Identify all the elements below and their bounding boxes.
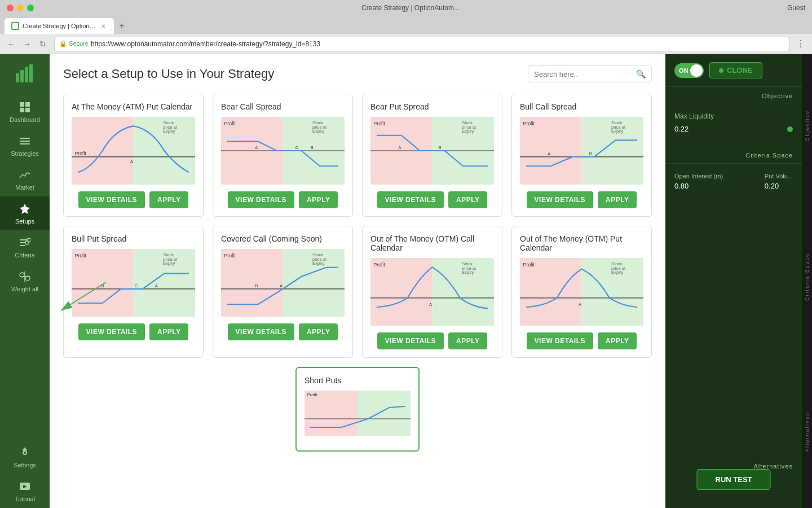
traffic-lights xyxy=(7,5,34,11)
card-chart-bear-put: Stock price at Expiry Profit A B xyxy=(370,117,494,185)
apply-otm-call[interactable]: APPLY xyxy=(448,332,487,349)
svg-rect-6 xyxy=(20,102,24,107)
title-bar: Create Strategy | OptionAutom... Guest xyxy=(0,0,812,16)
search-input[interactable] xyxy=(534,70,632,78)
strategies-label: Strategies xyxy=(11,150,39,157)
apply-bull-call[interactable]: APPLY xyxy=(598,191,637,208)
max-liquidity-indicator xyxy=(787,126,793,132)
svg-text:Profit: Profit xyxy=(74,151,86,156)
svg-rect-52 xyxy=(520,117,582,185)
sidebar-item-settings[interactable]: Settings xyxy=(0,440,50,474)
clone-dot xyxy=(719,68,723,73)
active-tab[interactable]: Create Strategy | OptionAutom... ✕ xyxy=(5,18,114,34)
apply-covered-call[interactable]: APPLY xyxy=(299,323,338,340)
search-icon: 🔍 xyxy=(636,69,646,78)
sidebar-item-strategies[interactable]: Strategies xyxy=(0,129,50,163)
logo xyxy=(12,61,37,86)
svg-text:Expiry: Expiry xyxy=(312,129,324,134)
toggle-knob xyxy=(690,64,703,77)
settings-label: Settings xyxy=(14,462,36,468)
svg-text:A: A xyxy=(548,151,551,156)
card-actions-bull-call: VIEW DETAILS APPLY xyxy=(520,191,643,208)
minimize-button[interactable] xyxy=(17,5,24,11)
maximize-button[interactable] xyxy=(27,5,34,11)
svg-text:Profit: Profit xyxy=(307,392,317,397)
on-toggle[interactable]: ON xyxy=(674,63,704,78)
address-bar: ← → ↻ 🔒 Secure https://www.optonautomato… xyxy=(0,34,812,54)
card-title-bear-put: Bear Put Spread xyxy=(370,102,494,111)
card-actions-atm: VIEW DETAILS APPLY xyxy=(72,191,195,208)
svg-rect-11 xyxy=(20,141,30,142)
right-edge-labels: Objective Criteria Space Alternatives xyxy=(802,54,812,508)
url-bar[interactable]: 🔒 Secure https://www.optonautomator.com/… xyxy=(54,37,789,51)
metrics-row: Open Interest (m) 0.80 Put Volu... 0.20 xyxy=(674,173,793,190)
svg-rect-3 xyxy=(20,70,24,82)
view-details-otm-put[interactable]: VIEW DETAILS xyxy=(527,332,593,349)
search-bar[interactable]: 🔍 xyxy=(528,65,652,82)
svg-rect-10 xyxy=(20,138,30,139)
run-test-button[interactable]: RUN TEST xyxy=(697,469,771,490)
card-title-bear-call: Bear Call Spread xyxy=(221,102,345,111)
svg-rect-7 xyxy=(25,102,30,107)
apply-bear-put[interactable]: APPLY xyxy=(448,191,487,208)
svg-text:Expiry: Expiry xyxy=(163,261,175,266)
cards-grid: At The Money (ATM) Put Calendar Stock pr… xyxy=(63,94,652,358)
view-details-otm-call[interactable]: VIEW DETAILS xyxy=(377,332,444,349)
clone-button[interactable]: CLONE xyxy=(709,62,762,78)
close-tab-icon[interactable]: ✕ xyxy=(99,22,107,30)
svg-text:Expiry: Expiry xyxy=(462,129,474,134)
view-details-bull-call[interactable]: VIEW DETAILS xyxy=(527,191,593,208)
svg-text:C: C xyxy=(295,145,298,150)
objective-section: Objective xyxy=(665,87,802,103)
reload-button[interactable]: ↻ xyxy=(36,37,50,51)
apply-atm[interactable]: APPLY xyxy=(149,191,188,208)
card-bull-put-spread: Bull Put Spread Stock price at Expiry Pr… xyxy=(63,226,204,358)
svg-text:B: B xyxy=(102,283,104,288)
sidebar-item-setups[interactable]: Setups xyxy=(0,196,50,230)
svg-text:Profit: Profit xyxy=(523,262,535,268)
svg-marker-13 xyxy=(20,204,30,214)
back-button[interactable]: ← xyxy=(5,37,18,51)
svg-rect-12 xyxy=(20,143,30,144)
tab-title: Create Strategy | OptionAutom... xyxy=(361,4,460,12)
settings-icon xyxy=(18,446,32,459)
card-title-bull-call: Bull Call Spread xyxy=(520,102,643,111)
sidebar-item-tutorial[interactable]: Tutorial xyxy=(0,474,50,508)
close-button[interactable] xyxy=(7,5,14,11)
view-details-covered-call[interactable]: VIEW DETAILS xyxy=(228,323,294,340)
svg-text:Expiry: Expiry xyxy=(611,270,623,275)
sidebar-item-dashboard[interactable]: Dashboard xyxy=(0,95,50,129)
view-details-atm[interactable]: VIEW DETAILS xyxy=(78,191,145,208)
apply-bull-put[interactable]: APPLY xyxy=(149,323,188,340)
view-details-bear-put[interactable]: VIEW DETAILS xyxy=(377,191,444,208)
browser-menu-button[interactable]: ⋮ xyxy=(794,37,807,51)
card-bull-call-spread: Bull Call Spread Stock price at Expiry P… xyxy=(511,94,652,217)
forward-button[interactable]: → xyxy=(20,37,34,51)
view-details-bull-put[interactable]: VIEW DETAILS xyxy=(78,323,145,340)
main-content: Select a Setup to Use in Your Strategy 🔍… xyxy=(50,54,665,508)
put-volume-value: 0.20 xyxy=(765,182,793,190)
sidebar-item-market[interactable]: Market xyxy=(0,163,50,196)
svg-text:A: A xyxy=(255,145,258,150)
svg-rect-8 xyxy=(20,108,24,112)
max-liquidity-section: Max Liquidity 0.22 xyxy=(665,103,802,147)
new-tab-button[interactable]: + xyxy=(115,19,129,33)
svg-text:Profit: Profit xyxy=(373,121,385,126)
apply-bear-call[interactable]: APPLY xyxy=(299,191,338,208)
svg-rect-4 xyxy=(25,67,28,82)
sidebar-item-weight-all[interactable]: Weight all xyxy=(0,264,50,298)
put-volume-item: Put Volu... 0.20 xyxy=(765,173,793,190)
svg-rect-16 xyxy=(20,245,25,246)
svg-text:Profit: Profit xyxy=(224,121,236,126)
criteria-icon xyxy=(18,236,32,249)
objective-side-label: Objective xyxy=(804,110,810,142)
svg-text:A: A xyxy=(155,283,158,288)
open-interest-label: Open Interest (m) xyxy=(674,173,723,179)
svg-text:C: C xyxy=(135,283,138,288)
sidebar-item-criteria[interactable]: Criteria xyxy=(0,230,50,264)
app-wrapper: Dashboard Strategies Market xyxy=(0,54,812,508)
svg-text:A: A xyxy=(398,145,401,150)
apply-otm-put[interactable]: APPLY xyxy=(598,332,637,349)
weight-all-label: Weight all xyxy=(11,286,38,292)
view-details-bear-call[interactable]: VIEW DETAILS xyxy=(228,191,294,208)
